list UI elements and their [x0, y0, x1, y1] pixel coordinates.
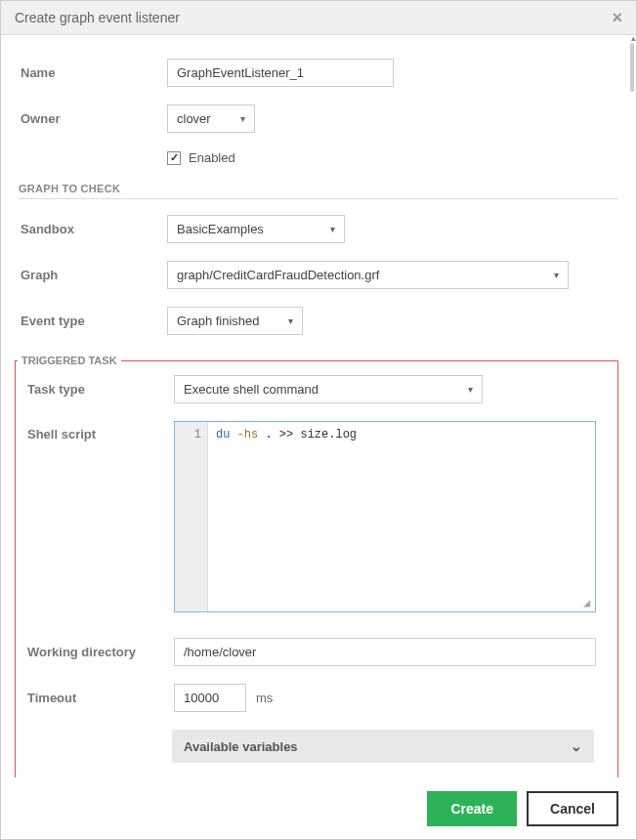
task-type-value: Execute shell command [184, 382, 318, 397]
event-type-value: Graph finished [177, 314, 260, 328]
close-icon[interactable]: × [612, 9, 622, 26]
event-type-select[interactable]: Graph finished ▾ [167, 307, 303, 335]
task-type-label: Task type [27, 382, 174, 397]
wd-row: Working directory [25, 638, 608, 666]
script-row: Shell script 1 du -hs . >> size.log ◢ [25, 421, 608, 612]
enabled-row: Enabled [19, 150, 618, 165]
caret-down-icon: ▾ [240, 113, 245, 124]
event-type-label: Event type [21, 314, 167, 328]
timeout-unit: ms [256, 691, 273, 705]
caret-down-icon: ▾ [288, 315, 293, 326]
code-area[interactable]: du -hs . >> size.log [208, 422, 595, 611]
working-directory-input[interactable] [174, 638, 596, 666]
enabled-checkbox[interactable] [167, 151, 181, 165]
line-number: 1 [175, 428, 201, 441]
task-type-select[interactable]: Execute shell command ▾ [174, 375, 483, 403]
wd-label: Working directory [27, 645, 174, 659]
code-command: du [216, 428, 230, 441]
graph-row: Graph graph/CreditCardFraudDetection.grf… [19, 261, 618, 289]
owner-row: Owner clover ▾ [19, 105, 618, 133]
graph-value: graph/CreditCardFraudDetection.grf [177, 268, 379, 282]
task-type-row: Task type Execute shell command ▾ [25, 375, 608, 403]
cancel-button[interactable]: Cancel [527, 791, 618, 826]
available-variables-toggle[interactable]: Available variables ⌄ [172, 730, 594, 763]
timeout-input[interactable] [174, 684, 246, 712]
sandbox-row: Sandbox BasicExamples ▾ [19, 215, 618, 243]
line-gutter: 1 [175, 422, 208, 611]
owner-value: clover [177, 111, 211, 126]
name-row: Name [19, 59, 618, 87]
owner-label: Owner [21, 111, 167, 126]
section-task-header: TRIGGERED TASK [18, 355, 121, 366]
code-arg: -hs [237, 428, 259, 441]
sandbox-select[interactable]: BasicExamples ▾ [167, 215, 345, 243]
name-input[interactable] [167, 59, 394, 87]
shell-script-editor[interactable]: 1 du -hs . >> size.log ◢ [174, 421, 596, 612]
enabled-label: Enabled [189, 150, 235, 165]
dialog-title: Create graph event listener [15, 10, 180, 25]
caret-down-icon: ▾ [554, 270, 559, 280]
available-variables-label: Available variables [184, 739, 298, 754]
owner-select[interactable]: clover ▾ [167, 105, 255, 133]
event-type-row: Event type Graph finished ▾ [19, 307, 618, 335]
enabled-checkbox-group: Enabled [167, 150, 235, 165]
chevron-down-icon: ⌄ [571, 738, 582, 754]
create-button[interactable]: Create [427, 791, 517, 826]
dialog-header: Create graph event listener × [1, 1, 636, 35]
triggered-task-section: TRIGGERED TASK Task type Execute shell c… [15, 360, 618, 777]
code-rest: . >> size.log [265, 428, 357, 441]
dialog-footer: Create Cancel [1, 777, 636, 840]
timeout-label: Timeout [27, 691, 174, 705]
section-graph-header: GRAPH TO CHECK [19, 183, 618, 199]
dialog-body: ▴ Name Owner clover ▾ Enabled GRAPH TO C… [1, 35, 636, 777]
script-label: Shell script [27, 421, 174, 441]
sandbox-label: Sandbox [21, 222, 167, 236]
sandbox-value: BasicExamples [177, 222, 264, 236]
caret-down-icon: ▾ [330, 224, 335, 234]
graph-label: Graph [21, 268, 167, 282]
name-label: Name [21, 65, 167, 80]
graph-select[interactable]: graph/CreditCardFraudDetection.grf ▾ [167, 261, 569, 289]
resize-handle-icon[interactable]: ◢ [583, 600, 593, 609]
scroll-up-icon[interactable]: ▴ [631, 35, 636, 43]
timeout-row: Timeout ms [25, 684, 608, 712]
caret-down-icon: ▾ [468, 384, 473, 395]
